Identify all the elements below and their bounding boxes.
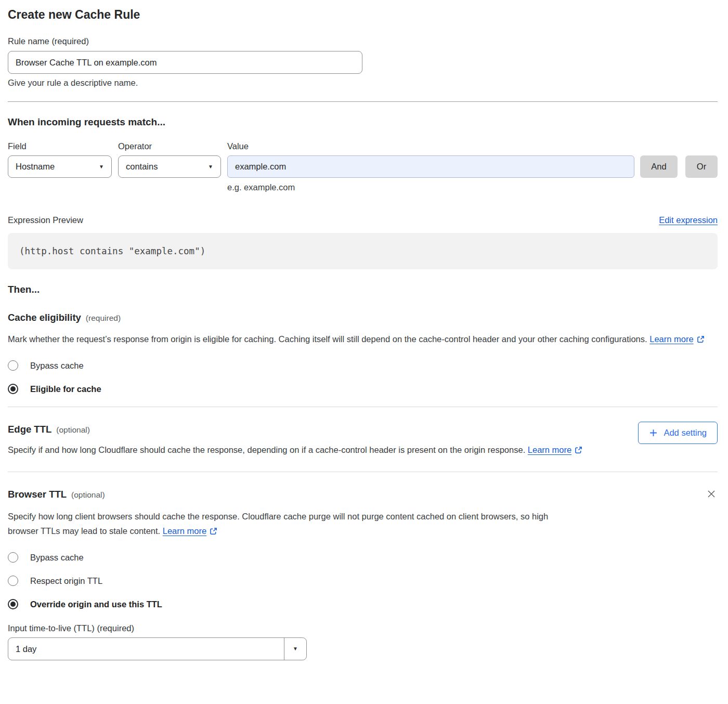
close-icon bbox=[706, 489, 717, 499]
learn-more-link[interactable]: Learn more bbox=[163, 526, 206, 536]
external-link-icon bbox=[697, 335, 705, 343]
expression-preview-row: Expression Preview Edit expression bbox=[8, 215, 718, 225]
then-heading: Then... bbox=[8, 284, 718, 295]
edge-ttl-section-header: Edge TTL (optional) Specify if and how l… bbox=[8, 424, 718, 457]
chevron-down-icon: ▼ bbox=[208, 164, 213, 170]
rule-name-label: Rule name (required) bbox=[8, 36, 718, 46]
radio-option-eligible-for-cache[interactable]: Eligible for cache bbox=[8, 384, 101, 394]
ttl-select[interactable]: 1 day ▼ bbox=[8, 637, 307, 660]
match-labels-row: Field Operator Value bbox=[8, 141, 718, 151]
section-divider bbox=[8, 407, 718, 407]
radio-label: Bypass cache bbox=[30, 361, 84, 371]
radio-label: Override origin and use this TTL bbox=[30, 599, 162, 609]
radio-option-override-origin-ttl[interactable]: Override origin and use this TTL bbox=[8, 599, 162, 609]
cache-eligibility-title: Cache eligibility bbox=[8, 312, 81, 323]
browser-ttl-title: Browser TTL bbox=[8, 489, 67, 500]
page-title: Create new Cache Rule bbox=[8, 7, 718, 22]
close-button[interactable] bbox=[705, 488, 718, 502]
rule-name-input[interactable] bbox=[8, 51, 362, 74]
rule-name-helper: Give your rule a descriptive name. bbox=[8, 78, 718, 88]
browser-ttl-description: Specify how long client browsers should … bbox=[8, 509, 580, 538]
browser-ttl-qualifier: (optional) bbox=[71, 490, 105, 500]
edge-ttl-header: Edge TTL (optional) bbox=[8, 424, 582, 435]
field-label: Field bbox=[8, 141, 118, 151]
description-text: Mark whether the request’s response from… bbox=[8, 334, 647, 344]
browser-ttl-header: Browser TTL (optional) bbox=[8, 489, 105, 500]
match-heading: When incoming requests match... bbox=[8, 116, 718, 128]
browser-ttl-section-header: Browser TTL (optional) bbox=[8, 489, 718, 502]
edge-ttl-title: Edge TTL bbox=[8, 424, 51, 435]
cache-eligibility-description: Mark whether the request’s response from… bbox=[8, 332, 707, 346]
or-button[interactable]: Or bbox=[685, 155, 718, 178]
radio-label: Respect origin TTL bbox=[30, 576, 102, 586]
radio-option-bypass-cache[interactable]: Bypass cache bbox=[8, 360, 84, 371]
edge-ttl-description: Specify if and how long Cloudflare shoul… bbox=[8, 442, 582, 457]
chevron-down-icon: ▼ bbox=[293, 646, 298, 651]
radio-circle-icon[interactable] bbox=[8, 552, 18, 563]
radio-label: Eligible for cache bbox=[30, 384, 101, 394]
description-text: Specify if and how long Cloudflare shoul… bbox=[8, 445, 525, 454]
radio-circle-icon[interactable] bbox=[8, 576, 18, 586]
section-divider bbox=[8, 472, 718, 472]
radio-circle-icon[interactable] bbox=[8, 599, 18, 609]
ttl-select-value: 1 day bbox=[8, 638, 284, 660]
edge-ttl-text-block: Edge TTL (optional) Specify if and how l… bbox=[8, 424, 582, 457]
expression-code: (http.host contains "example.com") bbox=[19, 246, 205, 256]
operator-select-value: contains bbox=[126, 162, 158, 172]
edge-ttl-qualifier: (optional) bbox=[56, 425, 90, 435]
add-setting-label: Add setting bbox=[664, 428, 707, 438]
expression-preview-label: Expression Preview bbox=[8, 215, 83, 225]
ttl-caret-cell[interactable]: ▼ bbox=[284, 638, 306, 660]
match-controls-row: Hostname ▼ contains ▼ And Or bbox=[8, 155, 718, 178]
cache-eligibility-header: Cache eligibility (required) bbox=[8, 312, 718, 323]
edit-expression-link[interactable]: Edit expression bbox=[659, 215, 718, 225]
operator-label: Operator bbox=[118, 141, 227, 151]
external-link-icon bbox=[575, 446, 582, 454]
cache-eligibility-qualifier: (required) bbox=[86, 314, 121, 323]
field-select[interactable]: Hostname ▼ bbox=[8, 155, 112, 178]
add-setting-button[interactable]: Add setting bbox=[638, 422, 718, 444]
value-input[interactable] bbox=[227, 155, 634, 178]
learn-more-link[interactable]: Learn more bbox=[528, 445, 571, 454]
radio-label: Bypass cache bbox=[30, 553, 84, 563]
learn-more-link[interactable]: Learn more bbox=[649, 334, 693, 344]
and-button[interactable]: And bbox=[640, 155, 678, 178]
section-divider bbox=[8, 101, 718, 102]
value-label: Value bbox=[227, 141, 249, 151]
external-link-icon bbox=[210, 527, 217, 535]
radio-circle-icon[interactable] bbox=[8, 384, 18, 394]
ttl-label: Input time-to-live (TTL) (required) bbox=[8, 623, 718, 633]
field-select-value: Hostname bbox=[16, 162, 55, 172]
description-text: Specify how long client browsers should … bbox=[8, 512, 548, 536]
create-cache-rule-form: Create new Cache Rule Rule name (require… bbox=[0, 0, 728, 704]
radio-option-bypass-cache-browser[interactable]: Bypass cache bbox=[8, 552, 84, 563]
value-hint: e.g. example.com bbox=[227, 182, 718, 192]
plus-icon bbox=[649, 428, 658, 437]
radio-circle-icon[interactable] bbox=[8, 360, 18, 371]
radio-option-respect-origin-ttl[interactable]: Respect origin TTL bbox=[8, 576, 102, 586]
operator-select[interactable]: contains ▼ bbox=[118, 155, 221, 178]
expression-code-block: (http.host contains "example.com") bbox=[8, 233, 718, 269]
chevron-down-icon: ▼ bbox=[99, 164, 104, 170]
